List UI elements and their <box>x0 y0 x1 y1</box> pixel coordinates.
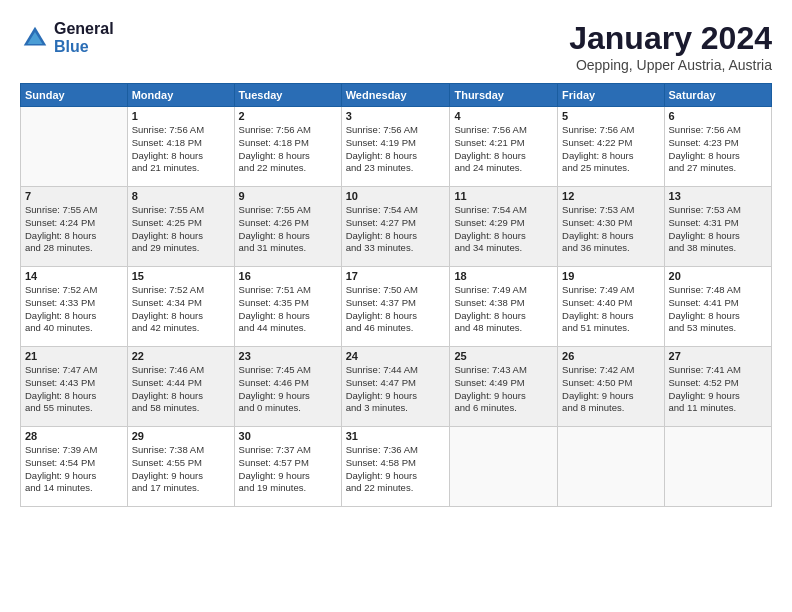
day-number: 7 <box>25 190 123 202</box>
day-number: 28 <box>25 430 123 442</box>
day-info: Sunrise: 7:53 AM Sunset: 4:30 PM Dayligh… <box>562 204 659 255</box>
calendar-cell: 29Sunrise: 7:38 AM Sunset: 4:55 PM Dayli… <box>127 427 234 507</box>
calendar-cell <box>558 427 664 507</box>
calendar-cell: 2Sunrise: 7:56 AM Sunset: 4:18 PM Daylig… <box>234 107 341 187</box>
calendar-cell: 24Sunrise: 7:44 AM Sunset: 4:47 PM Dayli… <box>341 347 450 427</box>
day-number: 10 <box>346 190 446 202</box>
calendar-cell <box>21 107 128 187</box>
calendar-header-row: Sunday Monday Tuesday Wednesday Thursday… <box>21 84 772 107</box>
logo-text: General Blue <box>54 20 114 56</box>
header: General Blue January 2024 Oepping, Upper… <box>20 20 772 73</box>
calendar-cell: 14Sunrise: 7:52 AM Sunset: 4:33 PM Dayli… <box>21 267 128 347</box>
calendar-cell: 12Sunrise: 7:53 AM Sunset: 4:30 PM Dayli… <box>558 187 664 267</box>
calendar-week-row: 1Sunrise: 7:56 AM Sunset: 4:18 PM Daylig… <box>21 107 772 187</box>
day-info: Sunrise: 7:38 AM Sunset: 4:55 PM Dayligh… <box>132 444 230 495</box>
location-title: Oepping, Upper Austria, Austria <box>569 57 772 73</box>
day-info: Sunrise: 7:55 AM Sunset: 4:24 PM Dayligh… <box>25 204 123 255</box>
day-number: 9 <box>239 190 337 202</box>
calendar-cell: 11Sunrise: 7:54 AM Sunset: 4:29 PM Dayli… <box>450 187 558 267</box>
day-info: Sunrise: 7:49 AM Sunset: 4:40 PM Dayligh… <box>562 284 659 335</box>
day-info: Sunrise: 7:51 AM Sunset: 4:35 PM Dayligh… <box>239 284 337 335</box>
calendar-cell: 5Sunrise: 7:56 AM Sunset: 4:22 PM Daylig… <box>558 107 664 187</box>
day-number: 31 <box>346 430 446 442</box>
header-saturday: Saturday <box>664 84 771 107</box>
day-info: Sunrise: 7:45 AM Sunset: 4:46 PM Dayligh… <box>239 364 337 415</box>
day-number: 4 <box>454 110 553 122</box>
calendar-cell: 17Sunrise: 7:50 AM Sunset: 4:37 PM Dayli… <box>341 267 450 347</box>
calendar-cell: 26Sunrise: 7:42 AM Sunset: 4:50 PM Dayli… <box>558 347 664 427</box>
day-info: Sunrise: 7:55 AM Sunset: 4:25 PM Dayligh… <box>132 204 230 255</box>
calendar-cell: 3Sunrise: 7:56 AM Sunset: 4:19 PM Daylig… <box>341 107 450 187</box>
calendar-week-row: 21Sunrise: 7:47 AM Sunset: 4:43 PM Dayli… <box>21 347 772 427</box>
calendar-cell: 18Sunrise: 7:49 AM Sunset: 4:38 PM Dayli… <box>450 267 558 347</box>
day-info: Sunrise: 7:43 AM Sunset: 4:49 PM Dayligh… <box>454 364 553 415</box>
calendar-week-row: 7Sunrise: 7:55 AM Sunset: 4:24 PM Daylig… <box>21 187 772 267</box>
day-number: 15 <box>132 270 230 282</box>
day-info: Sunrise: 7:56 AM Sunset: 4:23 PM Dayligh… <box>669 124 767 175</box>
day-number: 18 <box>454 270 553 282</box>
page: General Blue January 2024 Oepping, Upper… <box>0 0 792 612</box>
logo: General Blue <box>20 20 114 56</box>
header-thursday: Thursday <box>450 84 558 107</box>
day-number: 3 <box>346 110 446 122</box>
day-info: Sunrise: 7:56 AM Sunset: 4:18 PM Dayligh… <box>239 124 337 175</box>
day-info: Sunrise: 7:37 AM Sunset: 4:57 PM Dayligh… <box>239 444 337 495</box>
calendar-cell: 25Sunrise: 7:43 AM Sunset: 4:49 PM Dayli… <box>450 347 558 427</box>
day-info: Sunrise: 7:49 AM Sunset: 4:38 PM Dayligh… <box>454 284 553 335</box>
calendar-cell: 16Sunrise: 7:51 AM Sunset: 4:35 PM Dayli… <box>234 267 341 347</box>
day-number: 11 <box>454 190 553 202</box>
day-number: 1 <box>132 110 230 122</box>
calendar-table: Sunday Monday Tuesday Wednesday Thursday… <box>20 83 772 507</box>
calendar-cell: 10Sunrise: 7:54 AM Sunset: 4:27 PM Dayli… <box>341 187 450 267</box>
title-block: January 2024 Oepping, Upper Austria, Aus… <box>569 20 772 73</box>
day-info: Sunrise: 7:53 AM Sunset: 4:31 PM Dayligh… <box>669 204 767 255</box>
day-number: 17 <box>346 270 446 282</box>
day-number: 8 <box>132 190 230 202</box>
calendar-cell <box>664 427 771 507</box>
day-info: Sunrise: 7:47 AM Sunset: 4:43 PM Dayligh… <box>25 364 123 415</box>
day-number: 6 <box>669 110 767 122</box>
calendar-cell: 27Sunrise: 7:41 AM Sunset: 4:52 PM Dayli… <box>664 347 771 427</box>
day-info: Sunrise: 7:54 AM Sunset: 4:29 PM Dayligh… <box>454 204 553 255</box>
month-title: January 2024 <box>569 20 772 57</box>
day-info: Sunrise: 7:50 AM Sunset: 4:37 PM Dayligh… <box>346 284 446 335</box>
calendar-cell: 1Sunrise: 7:56 AM Sunset: 4:18 PM Daylig… <box>127 107 234 187</box>
day-info: Sunrise: 7:48 AM Sunset: 4:41 PM Dayligh… <box>669 284 767 335</box>
day-number: 24 <box>346 350 446 362</box>
calendar-cell: 13Sunrise: 7:53 AM Sunset: 4:31 PM Dayli… <box>664 187 771 267</box>
day-info: Sunrise: 7:41 AM Sunset: 4:52 PM Dayligh… <box>669 364 767 415</box>
calendar-cell: 21Sunrise: 7:47 AM Sunset: 4:43 PM Dayli… <box>21 347 128 427</box>
header-monday: Monday <box>127 84 234 107</box>
logo-icon <box>20 23 50 53</box>
day-number: 25 <box>454 350 553 362</box>
day-number: 22 <box>132 350 230 362</box>
day-number: 12 <box>562 190 659 202</box>
day-info: Sunrise: 7:56 AM Sunset: 4:21 PM Dayligh… <box>454 124 553 175</box>
calendar-week-row: 14Sunrise: 7:52 AM Sunset: 4:33 PM Dayli… <box>21 267 772 347</box>
day-info: Sunrise: 7:56 AM Sunset: 4:22 PM Dayligh… <box>562 124 659 175</box>
day-info: Sunrise: 7:44 AM Sunset: 4:47 PM Dayligh… <box>346 364 446 415</box>
day-number: 14 <box>25 270 123 282</box>
day-number: 16 <box>239 270 337 282</box>
day-number: 21 <box>25 350 123 362</box>
calendar-cell: 23Sunrise: 7:45 AM Sunset: 4:46 PM Dayli… <box>234 347 341 427</box>
calendar-cell: 22Sunrise: 7:46 AM Sunset: 4:44 PM Dayli… <box>127 347 234 427</box>
header-sunday: Sunday <box>21 84 128 107</box>
calendar-cell: 4Sunrise: 7:56 AM Sunset: 4:21 PM Daylig… <box>450 107 558 187</box>
day-info: Sunrise: 7:52 AM Sunset: 4:34 PM Dayligh… <box>132 284 230 335</box>
calendar-cell: 8Sunrise: 7:55 AM Sunset: 4:25 PM Daylig… <box>127 187 234 267</box>
day-info: Sunrise: 7:54 AM Sunset: 4:27 PM Dayligh… <box>346 204 446 255</box>
day-number: 30 <box>239 430 337 442</box>
calendar-cell: 28Sunrise: 7:39 AM Sunset: 4:54 PM Dayli… <box>21 427 128 507</box>
calendar-cell: 6Sunrise: 7:56 AM Sunset: 4:23 PM Daylig… <box>664 107 771 187</box>
calendar-cell: 9Sunrise: 7:55 AM Sunset: 4:26 PM Daylig… <box>234 187 341 267</box>
calendar-cell: 15Sunrise: 7:52 AM Sunset: 4:34 PM Dayli… <box>127 267 234 347</box>
calendar-week-row: 28Sunrise: 7:39 AM Sunset: 4:54 PM Dayli… <box>21 427 772 507</box>
day-info: Sunrise: 7:52 AM Sunset: 4:33 PM Dayligh… <box>25 284 123 335</box>
calendar-cell: 31Sunrise: 7:36 AM Sunset: 4:58 PM Dayli… <box>341 427 450 507</box>
calendar-cell: 20Sunrise: 7:48 AM Sunset: 4:41 PM Dayli… <box>664 267 771 347</box>
day-info: Sunrise: 7:42 AM Sunset: 4:50 PM Dayligh… <box>562 364 659 415</box>
day-number: 26 <box>562 350 659 362</box>
header-friday: Friday <box>558 84 664 107</box>
day-number: 20 <box>669 270 767 282</box>
